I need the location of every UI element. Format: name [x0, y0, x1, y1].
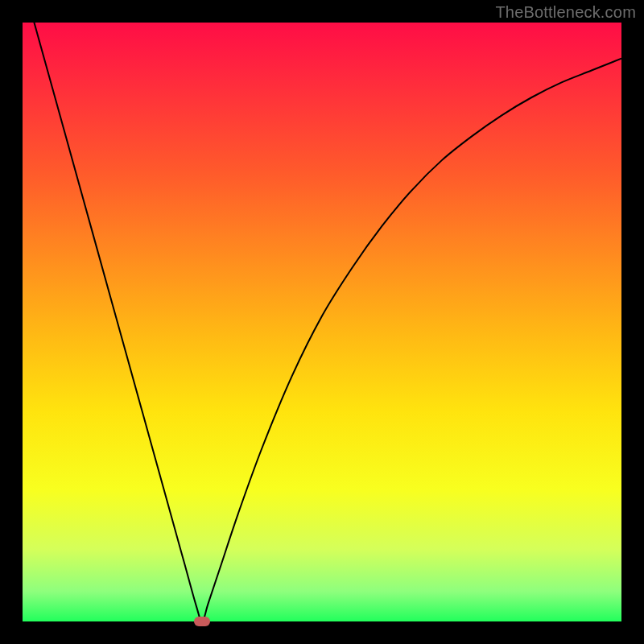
bottleneck-curve: [23, 23, 621, 621]
curve-path: [23, 0, 621, 621]
plot-area: [23, 23, 621, 621]
chart-frame: TheBottleneck.com: [0, 0, 644, 644]
watermark-text: TheBottleneck.com: [495, 3, 636, 22]
minimum-marker: [194, 617, 210, 626]
